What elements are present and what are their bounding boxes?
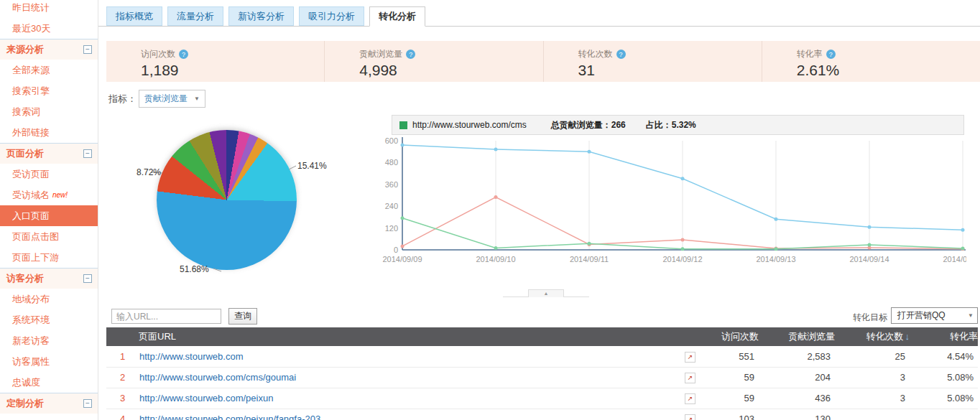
collapse-section-icon[interactable]: −	[83, 149, 92, 158]
svg-text:600: 600	[385, 136, 398, 145]
pages-table: 页面URL 访问次数 贡献浏览量 转化次数↓ 转化率 1 http://www.…	[106, 327, 978, 420]
sidebar-item-visited-domains[interactable]: 受访域名 new!	[0, 185, 98, 205]
help-icon[interactable]: ?	[406, 50, 415, 59]
row-url-cell: http://www.stourweb.com/peixun/fangfa-20…	[139, 409, 674, 420]
sidebar-item-system-environment[interactable]: 系统环境	[0, 309, 98, 330]
page-url-link[interactable]: http://www.stourweb.com	[139, 351, 244, 362]
page-url-link[interactable]: http://www.stourweb.com/cms/goumai	[139, 372, 296, 383]
page-url-link[interactable]: http://www.stourweb.com/peixun	[139, 393, 273, 403]
sidebar-item-page-flow[interactable]: 页面上下游	[0, 247, 98, 268]
sidebar-item-search-terms[interactable]: 搜索词	[0, 101, 98, 122]
sidebar-item-last-30-days[interactable]: 最近30天	[0, 18, 98, 39]
col-conversions[interactable]: 转化次数↓	[835, 327, 910, 346]
tab-new-visitor-analysis[interactable]: 新访客分析	[228, 6, 294, 26]
svg-text:480: 480	[385, 158, 398, 167]
svg-text:2014/09/13: 2014/09/13	[756, 255, 795, 263]
legend-share-label: 占比：	[646, 120, 672, 130]
sidebar-item-new-returning-visitors[interactable]: 新老访客	[0, 330, 98, 351]
sidebar-section-visitor-analysis[interactable]: 访客分析 −	[0, 268, 98, 289]
page-url-link[interactable]: http://www.stourweb.com/peixun/fangfa-20…	[139, 414, 328, 420]
sort-desc-icon[interactable]: ↓	[905, 331, 910, 342]
sidebar-item-entry-pages[interactable]: 入口页面	[0, 205, 98, 226]
new-badge: new!	[52, 191, 68, 199]
stat-label-text: 转化次数	[578, 48, 613, 60]
row-views: 2,583	[759, 346, 835, 367]
collapse-chart-button[interactable]: ▲	[528, 289, 564, 297]
sidebar-section-custom-analysis[interactable]: 定制分析 −	[0, 393, 98, 414]
query-button[interactable]: 查询	[228, 308, 257, 325]
legend-total-value: 266	[611, 120, 626, 130]
pie-callout-blue: 51.68%	[180, 264, 209, 274]
svg-text:2014/09/14: 2014/09/14	[849, 255, 889, 263]
row-views: 130	[759, 409, 835, 420]
svg-text:120: 120	[385, 224, 398, 233]
svg-text:2014/09/10: 2014/09/10	[476, 255, 515, 263]
svg-text:2014/09/15: 2014/09/15	[943, 255, 966, 263]
col-visits[interactable]: 访问次数	[706, 327, 759, 346]
pie-chart[interactable]	[157, 130, 297, 270]
row-conversions: 3	[835, 367, 910, 388]
page-preview-icon[interactable]: ↗	[685, 373, 695, 383]
col-page-url[interactable]: 页面URL	[139, 327, 674, 346]
help-icon[interactable]: ?	[616, 50, 626, 59]
stat-conversions: 转化次数 ? 31	[543, 41, 762, 82]
legend-series-name: http://www.stourweb.com/cms	[412, 120, 527, 130]
legend-total: 总贡献浏览量：266	[551, 119, 626, 131]
col-rate[interactable]: 转化率	[910, 327, 978, 346]
collapse-section-icon[interactable]: −	[83, 399, 92, 408]
row-rank: 1	[106, 346, 139, 367]
table-row: 4 http://www.stourweb.com/peixun/fangfa-…	[106, 409, 978, 420]
stat-visits: 访问次数 ? 1,189	[106, 41, 324, 82]
col-views[interactable]: 贡献浏览量	[759, 327, 835, 346]
row-rank: 3	[106, 388, 139, 409]
row-rate: 5.08%	[910, 388, 978, 409]
sidebar-item-geo-distribution[interactable]: 地域分布	[0, 289, 98, 309]
tab-metrics-overview[interactable]: 指标概览	[106, 6, 162, 26]
metric-dropdown[interactable]: 贡献浏览量 ▼	[139, 90, 205, 108]
sidebar-section-page-analysis[interactable]: 页面分析 −	[0, 143, 98, 164]
url-search-input[interactable]	[111, 309, 221, 324]
row-conversions: 25	[835, 346, 910, 367]
sidebar-item-visitor-attributes[interactable]: 访客属性	[0, 351, 98, 372]
legend-share: 占比：5.32%	[646, 119, 696, 131]
help-icon[interactable]: ?	[179, 50, 188, 59]
row-visits: 103	[706, 409, 759, 420]
chevron-down-icon: ▼	[194, 95, 200, 102]
stat-label: 转化率 ?	[797, 48, 980, 60]
stat-value: 4,998	[359, 62, 542, 79]
sidebar-section-source-analysis[interactable]: 来源分析 −	[0, 39, 98, 60]
collapse-section-icon[interactable]: −	[83, 274, 92, 283]
stat-label: 访问次数 ?	[141, 48, 324, 60]
row-icon-cell: ↗	[674, 409, 706, 420]
metric-dropdown-value: 贡献浏览量	[144, 93, 188, 105]
stat-conversion-rate: 转化率 ? 2.61%	[762, 41, 980, 82]
metric-selector-row: 指标： 贡献浏览量 ▼	[108, 90, 205, 108]
page-preview-icon[interactable]: ↗	[685, 352, 695, 363]
page-preview-icon[interactable]: ↗	[685, 393, 695, 404]
sidebar-item-search-engines[interactable]: 搜索引擎	[0, 80, 98, 101]
row-visits: 59	[706, 367, 759, 388]
collapse-section-icon[interactable]: −	[83, 45, 92, 54]
sidebar-item-yesterday-stats[interactable]: 昨日统计	[0, 0, 98, 18]
conversion-target-dropdown[interactable]: 打开营销QQ ▼	[891, 307, 978, 324]
row-rank: 4	[106, 409, 139, 420]
tab-attraction-analysis[interactable]: 吸引力分析	[299, 6, 364, 26]
help-icon[interactable]: ?	[826, 50, 836, 59]
sidebar-item-loyalty[interactable]: 忠诚度	[0, 372, 98, 393]
sidebar-item-all-sources[interactable]: 全部来源	[0, 60, 98, 80]
table-row: 3 http://www.stourweb.com/peixun ↗ 59 43…	[106, 388, 978, 409]
sidebar-item-external-links[interactable]: 外部链接	[0, 122, 98, 143]
col-conversions-label: 转化次数	[866, 331, 904, 342]
page-preview-icon[interactable]: ↗	[685, 414, 695, 420]
tab-conversion-analysis[interactable]: 转化分析	[369, 6, 425, 27]
sidebar-item-visited-pages[interactable]: 受访页面	[0, 164, 98, 185]
row-url-cell: http://www.stourweb.com	[139, 346, 674, 367]
stats-bar: 访问次数 ? 1,189 贡献浏览量 ? 4,998 转化次数 ? 31 转化率…	[106, 41, 980, 82]
col-index	[106, 327, 139, 346]
row-rate	[910, 409, 978, 420]
tab-traffic-analysis[interactable]: 流量分析	[167, 6, 223, 26]
row-url-cell: http://www.stourweb.com/peixun	[139, 388, 674, 409]
sidebar-item-page-click-map[interactable]: 页面点击图	[0, 226, 98, 247]
pie-callout-cyan: 15.41%	[297, 161, 327, 171]
conversion-target-label: 转化目标	[853, 312, 887, 324]
